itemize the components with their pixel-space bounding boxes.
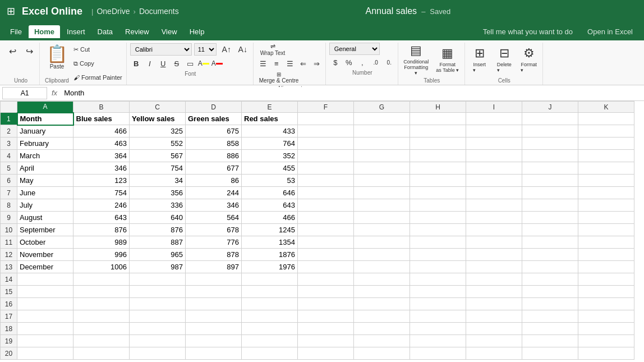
cut-button[interactable]: ✂ Cut — [72, 45, 124, 54]
cell-row18-col11[interactable] — [578, 323, 634, 335]
cell-row18-col2[interactable] — [73, 323, 130, 335]
cell-row4-col3[interactable]: 567 — [130, 150, 186, 162]
cell-row8-col1[interactable]: July — [17, 199, 73, 212]
cell-row9-col4[interactable]: 564 — [186, 212, 242, 224]
cell-row2-col10[interactable] — [522, 125, 578, 138]
cell-row15-col7[interactable] — [354, 286, 410, 298]
cell-row11-col2[interactable]: 989 — [73, 236, 130, 249]
fill-color-button[interactable]: A — [197, 57, 210, 70]
decrease-decimal-button[interactable]: .0 — [370, 56, 382, 68]
cell-row4-col7[interactable] — [354, 150, 410, 162]
cell-row3-col11[interactable] — [578, 138, 634, 150]
col-header-j[interactable]: J — [522, 102, 578, 113]
cell-row5-col4[interactable]: 677 — [186, 162, 242, 175]
breadcrumb-documents[interactable]: Documents — [139, 7, 179, 16]
decrease-font-size-button[interactable]: A↓ — [235, 43, 251, 56]
italic-button[interactable]: I — [144, 57, 156, 70]
cell-row4-col10[interactable] — [522, 150, 578, 162]
cell-row18-col10[interactable] — [522, 323, 578, 335]
border-button[interactable]: ▭ — [184, 57, 196, 70]
cell-row9-col10[interactable] — [522, 212, 578, 224]
cell-row16-col8[interactable] — [410, 298, 466, 310]
cell-row19-col7[interactable] — [354, 335, 410, 347]
row-header-5[interactable]: 5 — [1, 162, 17, 175]
col-header-k[interactable]: K — [578, 102, 634, 113]
cell-row5-col11[interactable] — [578, 162, 634, 175]
merge-centre-button[interactable]: ⊞ Merge & Centre — [257, 71, 301, 84]
cell-row9-col1[interactable]: August — [17, 212, 73, 224]
cell-row2-col11[interactable] — [578, 125, 634, 138]
delete-cells-button[interactable]: ⊟ Delete▾ — [493, 43, 516, 76]
cell-row1-col11[interactable] — [578, 113, 634, 125]
cell-row19-col4[interactable] — [186, 335, 242, 347]
cell-row7-col8[interactable] — [410, 187, 466, 199]
increase-decimal-button[interactable]: 0. — [383, 56, 395, 68]
cell-row2-col7[interactable] — [354, 125, 410, 138]
cell-row3-col7[interactable] — [354, 138, 410, 150]
cell-row10-col1[interactable]: September — [17, 224, 73, 236]
cell-row19-col11[interactable] — [578, 335, 634, 347]
cell-row11-col3[interactable]: 887 — [130, 236, 186, 249]
cell-row10-col6[interactable] — [298, 224, 354, 236]
cell-row15-col5[interactable] — [242, 286, 298, 298]
cell-row14-col3[interactable] — [130, 273, 186, 286]
indent-increase-button[interactable]: ⇒ — [311, 57, 323, 70]
cell-row14-col11[interactable] — [578, 273, 634, 286]
format-cells-button[interactable]: ⚙ Format▾ — [518, 43, 540, 76]
cell-row3-col2[interactable]: 463 — [73, 138, 130, 150]
cell-row12-col9[interactable] — [466, 249, 522, 261]
conditional-formatting-button[interactable]: ▤ ConditionalFormatting ▾ — [402, 43, 431, 76]
cell-row16-col11[interactable] — [578, 298, 634, 310]
cell-row13-col9[interactable] — [466, 261, 522, 273]
cell-row5-col1[interactable]: April — [17, 162, 73, 175]
cell-row3-col3[interactable]: 552 — [130, 138, 186, 150]
cell-row11-col10[interactable] — [522, 236, 578, 249]
cell-row2-col6[interactable] — [298, 125, 354, 138]
cell-row3-col4[interactable]: 858 — [186, 138, 242, 150]
cell-row19-col5[interactable] — [242, 335, 298, 347]
cell-a1[interactable]: Month — [17, 113, 73, 125]
cell-row2-col5[interactable]: 433 — [242, 125, 298, 138]
currency-button[interactable]: $ — [329, 56, 342, 68]
cell-row13-col10[interactable] — [522, 261, 578, 273]
cell-row13-col5[interactable]: 1976 — [242, 261, 298, 273]
cell-row4-col9[interactable] — [466, 150, 522, 162]
cell-row5-col9[interactable] — [466, 162, 522, 175]
cell-row9-col3[interactable]: 640 — [130, 212, 186, 224]
cell-row15-col2[interactable] — [73, 286, 130, 298]
cell-row4-col11[interactable] — [578, 150, 634, 162]
cell-row18-col1[interactable] — [17, 323, 73, 335]
cell-row6-col1[interactable]: May — [17, 175, 73, 187]
cell-row20-col10[interactable] — [522, 347, 578, 360]
cell-row8-col5[interactable]: 643 — [242, 199, 298, 212]
cell-row9-col9[interactable] — [466, 212, 522, 224]
cell-row17-col7[interactable] — [354, 310, 410, 323]
cell-row17-col11[interactable] — [578, 310, 634, 323]
cell-row13-col3[interactable]: 987 — [130, 261, 186, 273]
cell-row14-col10[interactable] — [522, 273, 578, 286]
format-as-table-button[interactable]: ▦ Formatas Table ▾ — [433, 43, 462, 76]
paste-button[interactable]: 📋 Paste — [43, 43, 71, 71]
indent-decrease-button[interactable]: ⇐ — [297, 57, 310, 70]
cell-row19-col10[interactable] — [522, 335, 578, 347]
copy-button[interactable]: ⧉ Copy — [72, 59, 124, 68]
cell-row12-col2[interactable]: 996 — [73, 249, 130, 261]
row-header-3[interactable]: 3 — [1, 138, 17, 150]
cell-row11-col6[interactable] — [298, 236, 354, 249]
cell-row11-col8[interactable] — [410, 236, 466, 249]
row-header-8[interactable]: 8 — [1, 199, 17, 212]
cell-row2-col9[interactable] — [466, 125, 522, 138]
formula-input[interactable] — [62, 87, 642, 99]
cell-row16-col2[interactable] — [73, 298, 130, 310]
cell-row10-col5[interactable]: 1245 — [242, 224, 298, 236]
cell-row6-col4[interactable]: 86 — [186, 175, 242, 187]
cell-row19-col1[interactable] — [17, 335, 73, 347]
cell-row11-col7[interactable] — [354, 236, 410, 249]
cell-row18-col9[interactable] — [466, 323, 522, 335]
open-in-excel-button[interactable]: Open in Excel — [581, 25, 640, 38]
cell-row11-col4[interactable]: 776 — [186, 236, 242, 249]
cell-row12-col11[interactable] — [578, 249, 634, 261]
cell-row17-col8[interactable] — [410, 310, 466, 323]
cell-row13-col2[interactable]: 1006 — [73, 261, 130, 273]
row-header-9[interactable]: 9 — [1, 212, 17, 224]
